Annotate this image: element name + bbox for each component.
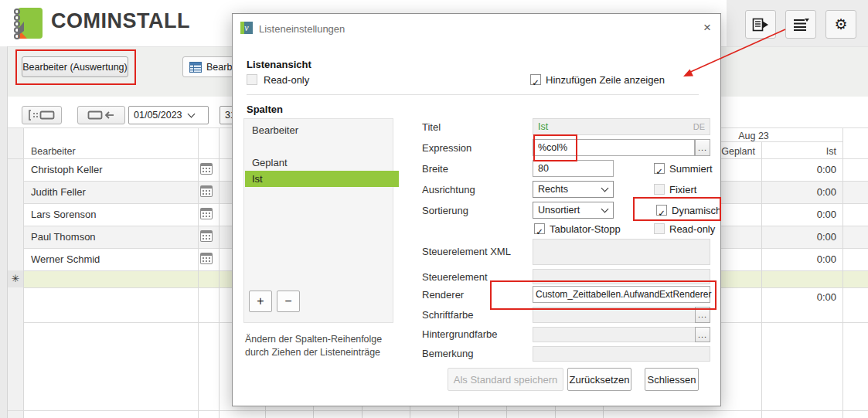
breite-label: Breite	[422, 163, 448, 175]
date-from-value: 01/05/2023	[134, 110, 182, 121]
save-as-default-button[interactable]: Als Standard speichern	[448, 368, 563, 391]
grid-line	[8, 410, 868, 411]
close-icon[interactable]: ×	[703, 20, 711, 36]
read-only-column-checkbox[interactable]	[654, 223, 665, 234]
spalten-item-empty[interactable]	[245, 138, 399, 155]
ausrichtung-dropdown[interactable]: Rechts	[533, 181, 614, 198]
grid-line	[842, 128, 843, 418]
add-row-label: Hinzufügen Zeile anzeigen	[546, 74, 665, 86]
ist-value: 0:00	[817, 209, 836, 220]
renderer-label: Renderer	[422, 289, 464, 301]
ist-value: 0:00	[817, 164, 836, 175]
add-row-checkbox[interactable]: ✓	[530, 74, 541, 85]
calendar-icon[interactable]	[200, 253, 213, 264]
hintergrundfarbe-field[interactable]	[533, 327, 710, 342]
reorder-hint: Ändern der Spalten-Reihenfolge durch Zie…	[245, 333, 400, 359]
steuerelement-label: Steuerelement	[422, 271, 488, 283]
dynamisch-checkbox[interactable]: ✓	[656, 205, 667, 216]
table-list-icon	[189, 62, 202, 73]
schriftfarbe-ellipsis-button[interactable]: ...	[695, 307, 710, 323]
panel-layout-icon	[29, 110, 55, 121]
steuerelement-field[interactable]	[533, 269, 710, 284]
list-menu-icon	[792, 18, 809, 31]
add-column-button[interactable]: +	[249, 291, 272, 312]
schriftfarbe-field[interactable]	[533, 307, 710, 323]
settings-button[interactable]: ⚙	[825, 10, 856, 39]
ist-value: 0:00	[817, 253, 836, 265]
renderer-field[interactable]: Custom_Zeittabellen.AufwandExtRenderer	[533, 286, 710, 303]
list-menu-button[interactable]	[785, 10, 816, 39]
spalten-item-geplant[interactable]: Geplant	[245, 155, 399, 171]
section-listenansicht: Listenansicht	[247, 59, 311, 70]
summiert-label: Summiert	[669, 163, 713, 175]
grid-line	[761, 142, 762, 418]
dialog-app-icon: v	[240, 22, 253, 34]
hintergrundfarbe-ellipsis-button[interactable]: ...	[695, 327, 710, 342]
steuerelement-xml-label: Steuerelement XML	[422, 246, 511, 257]
breite-field[interactable]: 80	[533, 160, 614, 177]
calendar-icon[interactable]	[200, 163, 213, 175]
gear-icon: ⚙	[834, 17, 847, 32]
ist-value: 0:00	[817, 231, 836, 243]
read-only-column-label: Read-only	[669, 223, 715, 235]
page-left-margin	[0, 46, 8, 418]
column-header-bearbeiter[interactable]: Bearbeiter	[31, 146, 76, 157]
new-row-marker: ✳	[8, 270, 24, 287]
bearbeiter-name: Paul Thomson	[31, 231, 96, 243]
bemerkung-field[interactable]	[533, 346, 710, 362]
ist-total-value: 0:00	[817, 291, 836, 303]
fixiert-label: Fixiert	[669, 184, 696, 195]
ausrichtung-value: Rechts	[538, 184, 568, 195]
summiert-checkbox[interactable]: ✓	[654, 163, 665, 174]
collapse-panel-button[interactable]	[77, 106, 125, 124]
bearbeiter-name: Judith Feller	[31, 186, 86, 198]
breite-value: 80	[538, 163, 549, 174]
section-divider	[247, 94, 699, 95]
section-spalten: Spalten	[247, 104, 283, 115]
tabulator-stopp-checkbox[interactable]: ✓	[534, 223, 545, 234]
reset-button[interactable]: Zurücksetzen	[567, 368, 631, 391]
grid-line	[219, 128, 220, 418]
read-only-checkbox[interactable]	[247, 74, 257, 85]
bemerkung-label: Bemerkung	[422, 348, 473, 359]
bearbeiter-name: Werner Schmid	[31, 253, 100, 265]
grid-line	[198, 128, 199, 418]
column-header-ist[interactable]: Ist	[761, 146, 836, 157]
steuerelement-xml-field[interactable]	[533, 239, 710, 265]
sortierung-label: Sortierung	[422, 205, 468, 216]
spalten-item-bearbeiter[interactable]: Bearbeiter	[245, 122, 399, 138]
spalten-listbox: Bearbeiter Geplant Ist + −	[243, 118, 393, 323]
bearbeiter-auswertung-button[interactable]: Bearbeiter (Auswertung)	[22, 56, 128, 77]
sortierung-dropdown[interactable]: Unsortiert	[533, 202, 614, 219]
calendar-icon[interactable]	[200, 230, 213, 242]
layout-view-button[interactable]	[22, 106, 62, 124]
app-window: COMINSTALL	[0, 0, 868, 418]
document-export-icon	[752, 18, 769, 32]
chevron-down-icon	[187, 110, 195, 118]
spalten-item-ist-selected[interactable]: Ist	[245, 171, 399, 187]
schriftfarbe-label: Schriftfarbe	[422, 309, 473, 321]
expression-value: %col%	[538, 142, 567, 153]
titel-label: Titel	[422, 121, 441, 133]
titel-language-tag: DE	[693, 122, 705, 131]
ausrichtung-label: Ausrichtung	[422, 184, 475, 195]
read-only-label: Read-only	[264, 74, 309, 86]
titel-value: Ist	[538, 121, 548, 132]
chevron-down-icon	[601, 206, 609, 213]
dialog-title: Listeneinstellungen	[259, 23, 345, 35]
titel-field[interactable]: Ist DE	[533, 118, 710, 135]
expression-field[interactable]: %col%	[533, 139, 695, 156]
expression-ellipsis-button[interactable]: ...	[695, 139, 710, 156]
bearbeiter-name: Lars Sorenson	[31, 209, 97, 220]
calendar-icon[interactable]	[200, 185, 213, 197]
renderer-value: Custom_Zeittabellen.AufwandExtRenderer	[536, 289, 711, 300]
remove-column-button[interactable]: −	[277, 291, 300, 312]
ist-value: 0:00	[817, 186, 836, 198]
calendar-icon[interactable]	[200, 208, 213, 219]
export-report-button[interactable]	[745, 10, 776, 39]
expression-label: Expression	[422, 142, 471, 154]
close-button[interactable]: Schliessen	[645, 368, 699, 391]
date-from-select[interactable]: 01/05/2023	[128, 106, 209, 124]
sortierung-value: Unsortiert	[538, 205, 580, 216]
fixiert-checkbox[interactable]	[654, 184, 665, 195]
